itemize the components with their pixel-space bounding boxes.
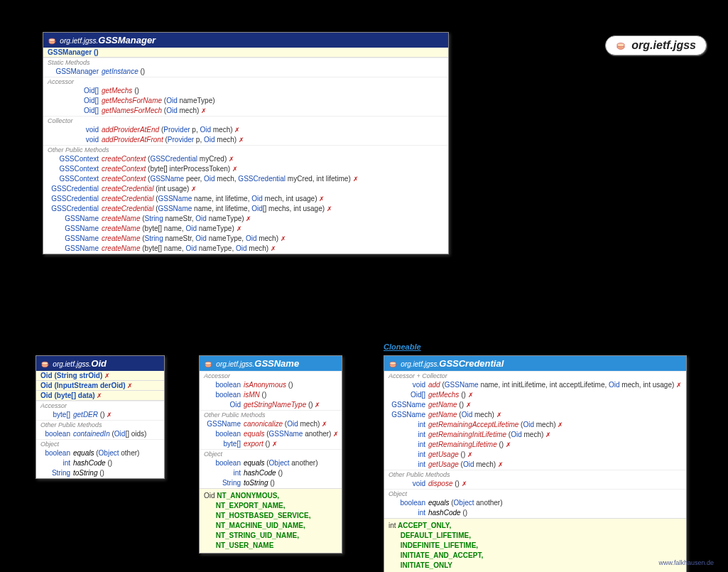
method-name[interactable]: getRemainingInitLifetime (428, 431, 506, 438)
method-name[interactable]: add (428, 381, 440, 389)
return-type: Oid[] (48, 86, 102, 96)
method-name[interactable]: toString (73, 469, 97, 477)
throws-icon: ✗ (322, 421, 327, 428)
class-name: GSSManager (98, 35, 156, 45)
method-name[interactable]: createCredential (102, 185, 153, 193)
method-row: booleancontainedIn (Oid[] oids) (36, 429, 164, 439)
method-params: () (107, 459, 112, 467)
class-header: org.ietf.jgss.GSSCredential (384, 356, 686, 371)
method-params: (Oid mech) (461, 460, 496, 468)
method-name[interactable]: getMechs (102, 87, 132, 95)
method-name[interactable]: createContext (102, 155, 146, 163)
method-name[interactable]: hashCode (73, 459, 106, 467)
method-row: GSSContextcreateContext (GSSCredential m… (43, 154, 448, 164)
method-row: GSSNamecanonicalize (Oid mech) ✗ (200, 419, 342, 429)
method-name[interactable]: createContext (102, 165, 146, 173)
method-name[interactable]: getInstance (102, 68, 138, 75)
method-name[interactable]: getMechsForName (102, 97, 162, 104)
return-type: int (389, 508, 428, 518)
method-params: (Oid mech) (164, 107, 199, 114)
method-name[interactable]: dispose (428, 480, 452, 487)
section-label: Other Public Methods (36, 420, 164, 429)
footer-link[interactable]: www.falkhausen.de (658, 559, 714, 566)
method-row: inthashCode () (384, 508, 686, 518)
method-name[interactable]: getUsage (428, 460, 459, 468)
method-name[interactable]: isAnonymous (244, 381, 286, 389)
method-row: inthashCode () (200, 468, 342, 478)
method-row: booleanisAnonymous () (200, 380, 342, 390)
method-params: () (461, 391, 466, 399)
method-name[interactable]: isMN (244, 391, 260, 399)
svg-point-9 (390, 362, 396, 365)
class-name: GSSName (254, 358, 299, 369)
method-name[interactable]: equals (244, 459, 264, 467)
section-label: Static Methods (43, 58, 448, 67)
throws-icon: ✗ (107, 411, 112, 419)
method-name[interactable]: getMechs (428, 391, 459, 399)
method-name[interactable]: getStringNameType (244, 401, 306, 409)
method-name[interactable]: createCredential (102, 195, 153, 203)
method-name[interactable]: getRemainingLifetime (428, 441, 497, 448)
method-row: GSSNamecreateName (byte[] name, Oid name… (43, 224, 448, 234)
method-name[interactable]: createName (102, 215, 140, 222)
method-name[interactable]: equals (428, 499, 449, 507)
method-name[interactable]: equals (73, 449, 94, 457)
method-params: (GSSName name, int lifetime, Oid[] mechs… (156, 205, 325, 212)
method-name[interactable]: containedIn (73, 430, 110, 438)
method-name[interactable]: createCredential (102, 205, 153, 212)
method-name[interactable]: hashCode (244, 469, 276, 477)
throws-icon: ✗ (191, 185, 197, 193)
method-params: (Oid mech) (521, 421, 555, 428)
method-params: () (270, 479, 275, 487)
class-header: org.ietf.jgss.Oid (36, 356, 164, 371)
method-name[interactable]: getDER (73, 411, 98, 419)
return-type: int (389, 420, 428, 430)
return-type: GSSContext (48, 154, 102, 164)
throws-icon: ✗ (353, 176, 359, 183)
method-params: () (499, 441, 504, 448)
method-name[interactable]: hashCode (428, 509, 461, 517)
return-type: byte[] (204, 439, 244, 449)
method-name[interactable]: getName (428, 401, 457, 409)
method-name[interactable]: addProviderAtFront (102, 136, 163, 144)
method-name[interactable]: getRemainingAcceptLifetime (428, 421, 518, 428)
method-params: (Oid mech) (459, 411, 494, 419)
return-type: int (389, 440, 428, 450)
method-row: OidgetStringNameType () ✗ (200, 400, 342, 410)
return-type: boolean (204, 380, 244, 390)
method-name[interactable]: export (244, 440, 264, 448)
method-name[interactable]: canonicalize (244, 420, 283, 428)
method-row: Oid[]getMechs () (43, 86, 448, 96)
method-row: voidaddProviderAtEnd (Provider p, Oid me… (43, 125, 448, 135)
section-label: Accessor + Collector (384, 371, 686, 380)
throws-icon: ✗ (315, 401, 320, 409)
method-row: intgetUsage (Oid mech) ✗ (384, 460, 686, 470)
method-name[interactable]: createName (102, 234, 140, 242)
method-row: GSSCredentialcreateCredential (GSSName n… (43, 204, 448, 214)
method-name[interactable]: getUsage (428, 450, 459, 458)
return-type: Oid[] (389, 390, 428, 400)
method-name[interactable]: addProviderAtEnd (102, 126, 159, 134)
method-name[interactable]: toString (244, 479, 268, 487)
method-params: (Oid mech) (509, 431, 543, 438)
method-name[interactable]: getName (428, 411, 457, 419)
section-label: Accessor (43, 77, 448, 86)
return-type: GSSCredential (48, 204, 102, 214)
method-params: (int usage) (156, 185, 189, 193)
method-row: booleanequals (Object another) (200, 458, 342, 468)
return-type: Oid[] (48, 106, 102, 116)
throws-icon: ✗ (468, 392, 474, 399)
method-row: booleanequals (Object other) (36, 448, 164, 458)
method-name[interactable]: getNamesForMech (102, 107, 162, 114)
method-name[interactable]: createName (102, 225, 140, 232)
return-type: String (204, 478, 244, 488)
method-params: () (266, 440, 271, 448)
method-row: voidaddProviderAtFront (Provider p, Oid … (43, 135, 448, 145)
method-params: (String nameStr, Oid nameType, Oid mech) (142, 234, 278, 242)
method-name[interactable]: createName (102, 244, 140, 252)
method-name[interactable]: equals (244, 430, 264, 438)
package-title: org.ietf.jgss (631, 39, 696, 51)
method-params: (GSSCredential myCred) (148, 155, 227, 163)
throws-icon: ✗ (467, 451, 473, 458)
method-name[interactable]: createContext (102, 175, 146, 183)
